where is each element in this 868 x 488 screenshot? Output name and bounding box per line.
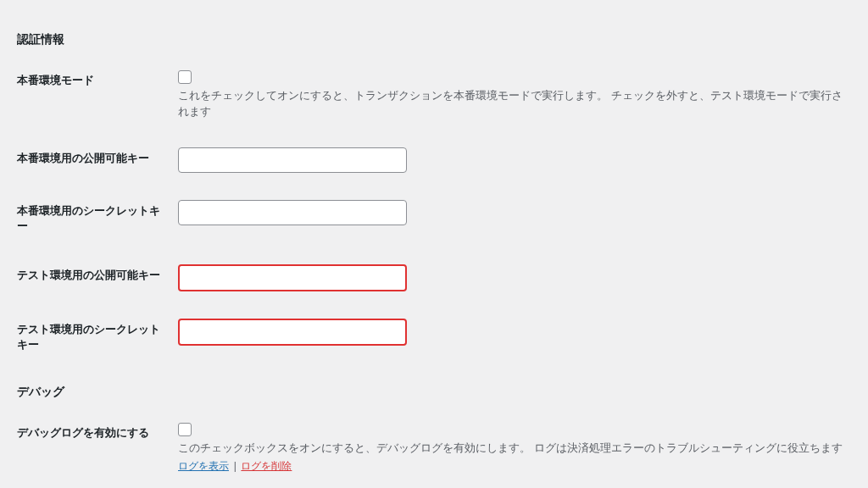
live-mode-label: 本番環境モード	[17, 56, 178, 134]
test-secret-key-input[interactable]	[178, 319, 407, 346]
live-mode-checkbox[interactable]	[178, 70, 192, 84]
delete-log-link[interactable]: ログを削除	[241, 460, 292, 472]
live-mode-description: これをチェックしてオンにすると、トランザクションを本番環境モードで実行します。 …	[178, 87, 843, 120]
show-log-link[interactable]: ログを表示	[178, 460, 229, 472]
live-publishable-key-input[interactable]	[178, 147, 407, 173]
auth-settings-table: 本番環境モード これをチェックしてオンにすると、トランザクションを本番環境モード…	[17, 56, 851, 369]
link-separator: |	[234, 460, 236, 472]
live-secret-key-label: 本番環境用のシークレットキー	[17, 186, 178, 251]
debug-settings-table: デバッグログを有効にする このチェックボックスをオンにすると、デバッグログを有効…	[17, 408, 851, 488]
enable-debug-log-checkbox[interactable]	[178, 423, 192, 436]
live-publishable-key-label: 本番環境用の公開可能キー	[17, 134, 178, 186]
auth-section-heading: 認証情報	[17, 32, 851, 47]
test-publishable-key-label: テスト環境用の公開可能キー	[17, 251, 178, 305]
enable-debug-log-label: デバッグログを有効にする	[17, 408, 178, 487]
test-secret-key-label: テスト環境用のシークレットキー	[17, 305, 178, 369]
enable-debug-log-description: このチェックボックスをオンにすると、デバッグログを有効にします。 ログは決済処理…	[178, 440, 843, 457]
live-secret-key-input[interactable]	[178, 200, 407, 225]
debug-section-heading: デバッグ	[17, 385, 851, 400]
debug-log-links: ログを表示 | ログを削除	[178, 459, 843, 474]
test-publishable-key-input[interactable]	[178, 264, 407, 291]
